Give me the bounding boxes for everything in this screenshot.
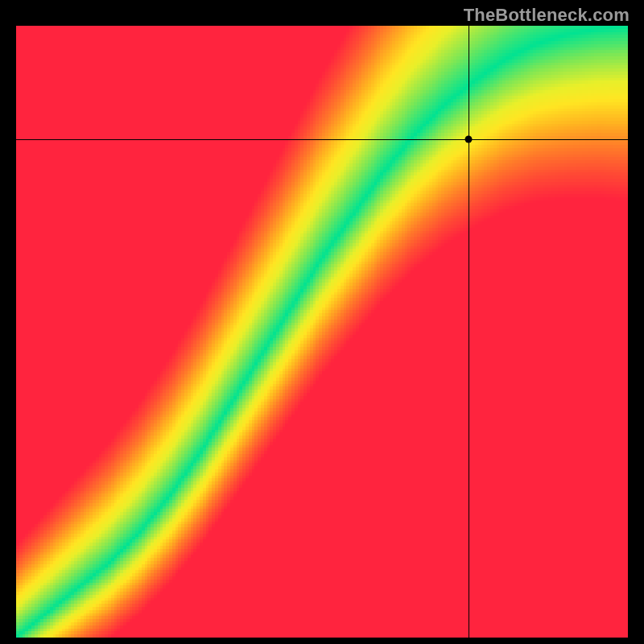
plot-area [16, 26, 628, 638]
crosshair-vertical [469, 26, 469, 638]
watermark-text: TheBottleneck.com [464, 5, 630, 26]
chart-container: TheBottleneck.com [0, 0, 644, 644]
crosshair-horizontal [16, 139, 628, 140]
selection-marker [465, 135, 473, 142]
bottleneck-heatmap [16, 26, 628, 638]
